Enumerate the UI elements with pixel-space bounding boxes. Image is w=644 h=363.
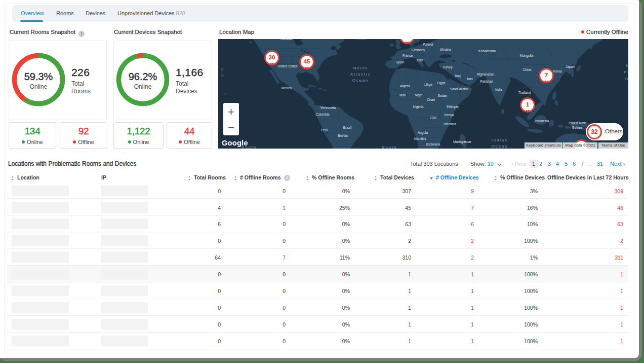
svg-text:Namibia: Namibia [414, 137, 426, 140]
svg-text:Thailand: Thailand [518, 91, 531, 94]
svg-text:Sudan: Sudan [438, 94, 448, 97]
svg-text:Mongolia: Mongolia [520, 54, 534, 58]
svg-text:Spain: Spain [396, 60, 405, 64]
svg-text:Libya: Libya [424, 83, 432, 87]
svg-text:DRC: DRC [430, 116, 437, 120]
svg-text:Chad: Chad [427, 98, 435, 101]
svg-text:Ocean: Ocean [352, 78, 369, 83]
svg-text:Mali: Mali [399, 93, 406, 97]
svg-text:Indian: Indian [492, 138, 508, 142]
svg-text:Tanzania: Tanzania [443, 122, 456, 126]
svg-text:Niger: Niger [415, 93, 423, 97]
svg-text:South: South [382, 145, 397, 149]
svg-text:Ocean: Ocean [625, 77, 628, 81]
svg-text:India: India [495, 88, 502, 91]
svg-text:United States: United States [277, 64, 298, 68]
svg-text:Kenya: Kenya [445, 113, 454, 117]
svg-text:Ethiopia: Ethiopia [447, 105, 459, 109]
svg-text:Afghanistan: Afghanistan [477, 72, 495, 77]
svg-text:Ukraine: Ukraine [440, 48, 452, 51]
svg-text:Indonesia: Indonesia [535, 119, 549, 123]
svg-text:c: c [221, 67, 224, 71]
svg-text:Papua New: Papua New [569, 121, 586, 125]
svg-text:Atlantic: Atlantic [350, 72, 371, 77]
svg-text:Ocean: Ocean [492, 144, 508, 149]
svg-text:Canada: Canada [280, 39, 292, 41]
svg-text:Pakistan: Pakistan [480, 80, 493, 83]
svg-text:Iraq: Iraq [455, 74, 461, 78]
svg-text:Pacific: Pacific [624, 70, 628, 75]
svg-text:Kazakhstan: Kazakhstan [478, 49, 496, 53]
svg-text:Iran: Iran [467, 77, 473, 81]
svg-text:Peru: Peru [321, 128, 328, 132]
svg-text:Egypt: Egypt [437, 81, 446, 85]
svg-text:Nigeria: Nigeria [413, 105, 424, 109]
svg-text:Botswana: Botswana [426, 142, 440, 146]
svg-text:Venezuela: Venezuela [320, 106, 336, 110]
svg-text:Germany: Germany [412, 48, 425, 52]
svg-text:Madagascar: Madagascar [453, 140, 472, 144]
svg-text:France: France [402, 54, 413, 57]
svg-text:Turkey: Turkey [442, 65, 453, 69]
svg-text:n: n [221, 73, 224, 78]
svg-text:Algeria: Algeria [400, 84, 411, 88]
svg-text:Japan: Japan [566, 65, 575, 69]
svg-text:Colombia: Colombia [315, 113, 330, 116]
svg-text:North: North [353, 66, 368, 70]
svg-text:Poland: Poland [423, 43, 433, 46]
svg-text:Italy: Italy [417, 58, 423, 62]
svg-text:Brazil: Brazil [343, 126, 352, 129]
svg-text:Guinea: Guinea [572, 126, 583, 129]
svg-text:North: North [626, 63, 628, 68]
svg-text:China: China [523, 68, 532, 71]
svg-text:Korea: Korea [553, 69, 562, 73]
svg-text:Bolivia: Bolivia [338, 134, 348, 137]
svg-text:Mexico: Mexico [281, 86, 292, 90]
svg-text:Angola: Angola [418, 131, 428, 135]
svg-text:Saudi Arabia: Saudi Arabia [450, 87, 469, 91]
